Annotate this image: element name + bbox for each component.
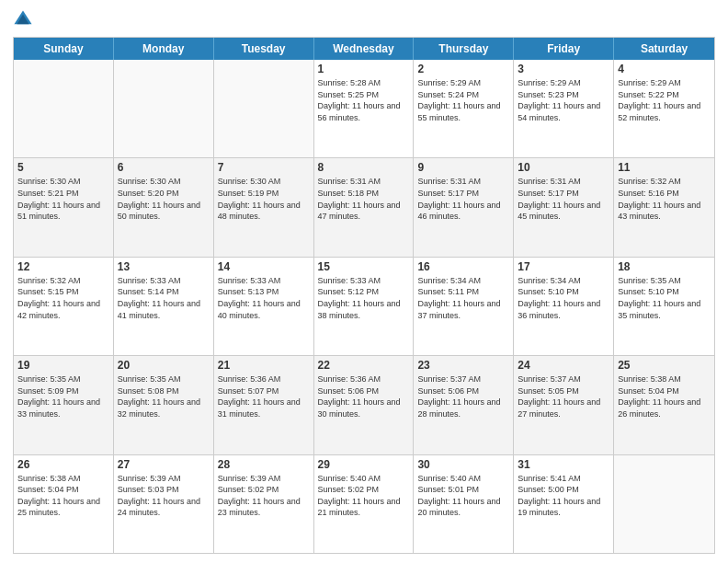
calendar-day-30: 30Sunrise: 5:40 AMSunset: 5:01 PMDayligh…	[414, 455, 514, 553]
calendar-day-2: 2Sunrise: 5:29 AMSunset: 5:24 PMDaylight…	[414, 60, 514, 157]
calendar-day-27: 27Sunrise: 5:39 AMSunset: 5:03 PMDayligh…	[114, 455, 214, 553]
calendar-row-5: 26Sunrise: 5:38 AMSunset: 5:04 PMDayligh…	[14, 454, 714, 553]
page-container: SundayMondayTuesdayWednesdayThursdayFrid…	[0, 0, 728, 563]
day-number: 18	[618, 260, 711, 273]
calendar-empty-cell	[214, 60, 314, 157]
day-info: Sunrise: 5:38 AMSunset: 5:04 PMDaylight:…	[618, 373, 711, 419]
day-info: Sunrise: 5:32 AMSunset: 5:15 PMDaylight:…	[17, 275, 109, 321]
calendar-day-7: 7Sunrise: 5:30 AMSunset: 5:19 PMDaylight…	[214, 158, 314, 256]
calendar-day-22: 22Sunrise: 5:36 AMSunset: 5:06 PMDayligh…	[314, 356, 415, 454]
day-number: 17	[518, 260, 609, 273]
day-number: 24	[518, 359, 609, 372]
calendar-day-20: 20Sunrise: 5:35 AMSunset: 5:08 PMDayligh…	[114, 356, 214, 454]
day-info: Sunrise: 5:29 AMSunset: 5:22 PMDaylight:…	[618, 77, 711, 123]
calendar-day-9: 9Sunrise: 5:31 AMSunset: 5:17 PMDaylight…	[414, 158, 514, 256]
calendar-day-17: 17Sunrise: 5:34 AMSunset: 5:10 PMDayligh…	[514, 258, 614, 355]
day-number: 16	[417, 260, 509, 273]
calendar-day-8: 8Sunrise: 5:31 AMSunset: 5:18 PMDaylight…	[314, 158, 415, 256]
day-number: 22	[318, 359, 410, 372]
calendar-day-31: 31Sunrise: 5:41 AMSunset: 5:00 PMDayligh…	[514, 455, 614, 553]
calendar-body: 1Sunrise: 5:28 AMSunset: 5:25 PMDaylight…	[14, 60, 714, 553]
logo-icon	[13, 9, 33, 29]
calendar-day-29: 29Sunrise: 5:40 AMSunset: 5:02 PMDayligh…	[314, 455, 415, 553]
day-info: Sunrise: 5:35 AMSunset: 5:08 PMDaylight:…	[118, 373, 210, 419]
calendar-day-24: 24Sunrise: 5:37 AMSunset: 5:05 PMDayligh…	[514, 356, 614, 454]
calendar-day-25: 25Sunrise: 5:38 AMSunset: 5:04 PMDayligh…	[614, 356, 714, 454]
day-number: 25	[618, 359, 711, 372]
day-header-sunday: Sunday	[14, 38, 114, 60]
day-info: Sunrise: 5:37 AMSunset: 5:06 PMDaylight:…	[417, 373, 509, 419]
calendar-header: SundayMondayTuesdayWednesdayThursdayFrid…	[14, 38, 714, 60]
calendar-day-6: 6Sunrise: 5:30 AMSunset: 5:20 PMDaylight…	[114, 158, 214, 256]
day-number: 6	[118, 161, 210, 174]
day-header-friday: Friday	[514, 38, 614, 60]
day-info: Sunrise: 5:29 AMSunset: 5:23 PMDaylight:…	[518, 77, 609, 123]
calendar-empty-cell	[14, 60, 114, 157]
day-number: 1	[318, 63, 410, 75]
calendar-row-2: 5Sunrise: 5:30 AMSunset: 5:21 PMDaylight…	[14, 157, 714, 256]
day-info: Sunrise: 5:33 AMSunset: 5:14 PMDaylight:…	[118, 275, 210, 321]
calendar-day-28: 28Sunrise: 5:39 AMSunset: 5:02 PMDayligh…	[214, 455, 314, 553]
day-number: 26	[17, 458, 109, 471]
day-number: 9	[417, 161, 509, 174]
day-number: 29	[318, 458, 410, 471]
day-number: 31	[518, 458, 609, 471]
day-info: Sunrise: 5:38 AMSunset: 5:04 PMDaylight:…	[17, 473, 109, 519]
calendar-day-19: 19Sunrise: 5:35 AMSunset: 5:09 PMDayligh…	[14, 356, 114, 454]
day-number: 12	[17, 260, 109, 273]
day-info: Sunrise: 5:41 AMSunset: 5:00 PMDaylight:…	[518, 473, 609, 519]
day-number: 7	[218, 161, 310, 174]
calendar-day-5: 5Sunrise: 5:30 AMSunset: 5:21 PMDaylight…	[14, 158, 114, 256]
calendar-row-4: 19Sunrise: 5:35 AMSunset: 5:09 PMDayligh…	[14, 355, 714, 454]
day-number: 19	[17, 359, 109, 372]
day-info: Sunrise: 5:36 AMSunset: 5:06 PMDaylight:…	[318, 373, 410, 419]
calendar-day-26: 26Sunrise: 5:38 AMSunset: 5:04 PMDayligh…	[14, 455, 114, 553]
day-info: Sunrise: 5:30 AMSunset: 5:19 PMDaylight:…	[218, 176, 310, 222]
calendar-day-14: 14Sunrise: 5:33 AMSunset: 5:13 PMDayligh…	[214, 258, 314, 355]
calendar-day-18: 18Sunrise: 5:35 AMSunset: 5:10 PMDayligh…	[614, 258, 714, 355]
day-info: Sunrise: 5:29 AMSunset: 5:24 PMDaylight:…	[417, 77, 509, 123]
day-info: Sunrise: 5:31 AMSunset: 5:17 PMDaylight:…	[518, 176, 609, 222]
day-info: Sunrise: 5:34 AMSunset: 5:11 PMDaylight:…	[417, 275, 509, 321]
day-number: 20	[118, 359, 210, 372]
day-info: Sunrise: 5:33 AMSunset: 5:12 PMDaylight:…	[318, 275, 410, 321]
calendar: SundayMondayTuesdayWednesdayThursdayFrid…	[13, 37, 715, 554]
day-info: Sunrise: 5:36 AMSunset: 5:07 PMDaylight:…	[218, 373, 310, 419]
day-info: Sunrise: 5:39 AMSunset: 5:03 PMDaylight:…	[118, 473, 210, 519]
day-number: 5	[17, 161, 109, 174]
calendar-day-23: 23Sunrise: 5:37 AMSunset: 5:06 PMDayligh…	[414, 356, 514, 454]
calendar-row-3: 12Sunrise: 5:32 AMSunset: 5:15 PMDayligh…	[14, 257, 714, 355]
day-number: 15	[318, 260, 410, 273]
day-header-saturday: Saturday	[614, 38, 714, 60]
day-header-tuesday: Tuesday	[214, 38, 314, 60]
day-number: 21	[218, 359, 310, 372]
calendar-day-21: 21Sunrise: 5:36 AMSunset: 5:07 PMDayligh…	[214, 356, 314, 454]
day-number: 23	[417, 359, 509, 372]
day-number: 2	[417, 63, 509, 75]
day-info: Sunrise: 5:30 AMSunset: 5:20 PMDaylight:…	[118, 176, 210, 222]
day-number: 13	[118, 260, 210, 273]
day-number: 30	[417, 458, 509, 471]
calendar-day-1: 1Sunrise: 5:28 AMSunset: 5:25 PMDaylight…	[314, 60, 415, 157]
day-number: 4	[618, 63, 711, 75]
calendar-day-12: 12Sunrise: 5:32 AMSunset: 5:15 PMDayligh…	[14, 258, 114, 355]
calendar-day-11: 11Sunrise: 5:32 AMSunset: 5:16 PMDayligh…	[614, 158, 714, 256]
day-header-thursday: Thursday	[414, 38, 514, 60]
calendar-row-1: 1Sunrise: 5:28 AMSunset: 5:25 PMDaylight…	[14, 60, 714, 157]
day-info: Sunrise: 5:31 AMSunset: 5:18 PMDaylight:…	[318, 176, 410, 222]
day-header-wednesday: Wednesday	[314, 38, 415, 60]
header	[13, 9, 715, 29]
day-info: Sunrise: 5:31 AMSunset: 5:17 PMDaylight:…	[417, 176, 509, 222]
calendar-day-10: 10Sunrise: 5:31 AMSunset: 5:17 PMDayligh…	[514, 158, 614, 256]
day-info: Sunrise: 5:35 AMSunset: 5:09 PMDaylight:…	[17, 373, 109, 419]
calendar-day-13: 13Sunrise: 5:33 AMSunset: 5:14 PMDayligh…	[114, 258, 214, 355]
day-info: Sunrise: 5:33 AMSunset: 5:13 PMDaylight:…	[218, 275, 310, 321]
day-number: 27	[118, 458, 210, 471]
logo	[13, 9, 37, 29]
day-info: Sunrise: 5:28 AMSunset: 5:25 PMDaylight:…	[318, 77, 410, 123]
calendar-empty-cell	[614, 455, 714, 553]
day-info: Sunrise: 5:34 AMSunset: 5:10 PMDaylight:…	[518, 275, 609, 321]
day-number: 11	[618, 161, 711, 174]
day-number: 3	[518, 63, 609, 75]
day-number: 10	[518, 161, 609, 174]
